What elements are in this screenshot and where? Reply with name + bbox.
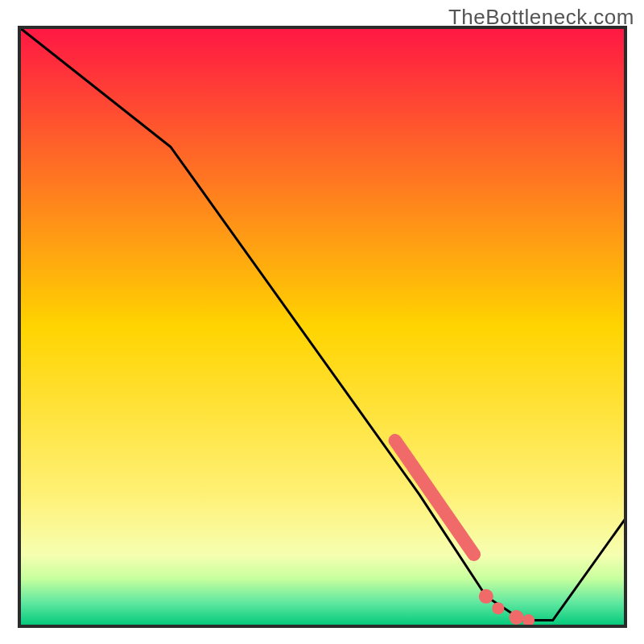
highlight-dot xyxy=(479,589,493,604)
chart-svg xyxy=(0,0,644,644)
plot-background xyxy=(19,27,625,626)
highlight-dot xyxy=(522,614,535,626)
watermark-label: TheBottleneck.com xyxy=(448,5,634,30)
highlight-dot xyxy=(492,602,504,614)
bottleneck-chart: TheBottleneck.com xyxy=(0,0,644,644)
highlight-dot xyxy=(509,610,523,625)
